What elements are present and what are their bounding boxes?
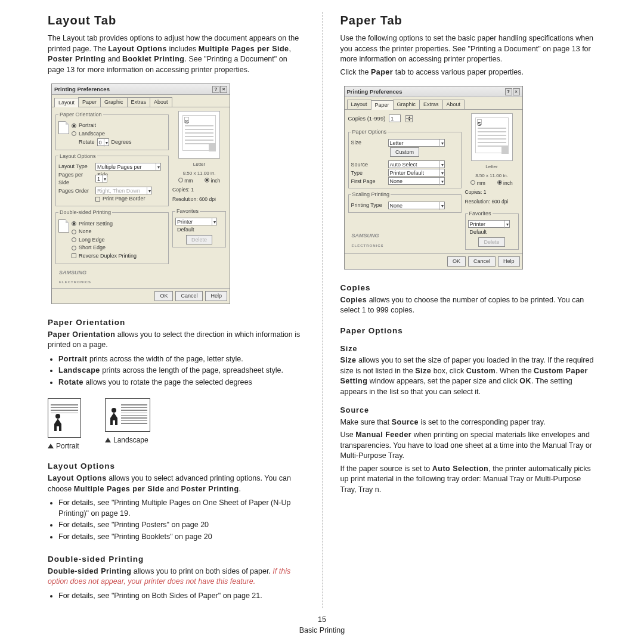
samsung-logo: SAMSUNGELECTRONICS xyxy=(59,269,169,285)
custom-button[interactable]: Custom xyxy=(390,147,419,157)
list-item: For details, see "Printing Multiple Page… xyxy=(58,498,304,519)
fs-double-sided: Double-sided Printing Printer Setting No… xyxy=(55,209,169,264)
printing-type-select[interactable]: None xyxy=(388,202,445,209)
svg-point-0 xyxy=(55,414,60,419)
rotate-input[interactable]: 0 xyxy=(97,138,109,146)
layout-tab-heading: Layout Tab xyxy=(48,12,304,29)
layout-tab-intro: The Layout tab provides options to adjus… xyxy=(48,33,304,75)
portrait-diagram xyxy=(48,398,81,438)
duplex-icon xyxy=(58,219,69,233)
delete-button: Delete xyxy=(186,235,212,245)
list-item: Portrait prints across the width of the … xyxy=(58,354,304,365)
page-footer: Basic Printing xyxy=(0,626,644,636)
size-select[interactable]: Letter xyxy=(388,139,445,147)
radio-short-edge[interactable] xyxy=(72,246,76,250)
unit-mm[interactable] xyxy=(470,180,475,185)
paper-tab-click: Click the Paper tab to access various pa… xyxy=(340,67,597,78)
paper-dialog: Printing Preferences ? × Layout Paper Gr… xyxy=(344,86,523,270)
tab-graphic[interactable]: Graphic xyxy=(100,97,128,107)
tab-about[interactable]: About xyxy=(150,97,172,107)
copies-spinner[interactable]: ▴▾ xyxy=(405,115,413,122)
fs-paper-options: Paper Options SizeLetter Custom SourceAu… xyxy=(348,128,462,188)
layout-options-heading: Layout Options xyxy=(48,461,304,472)
copies-heading: Copies xyxy=(340,283,597,294)
reverse-duplex-check xyxy=(72,253,76,258)
list-item: For details, see "Printing Posters" on p… xyxy=(58,520,304,531)
print-border-check xyxy=(95,197,100,202)
help-icon[interactable]: ? xyxy=(212,86,219,93)
source-text-3: If the paper source is set to Auto Selec… xyxy=(340,464,597,496)
copies-input[interactable]: 1 xyxy=(389,114,401,122)
tab-paper[interactable]: Paper xyxy=(371,100,394,110)
page-number: 15 xyxy=(0,615,644,626)
type-select[interactable]: Printer Default xyxy=(388,169,445,177)
radio-landscape[interactable] xyxy=(72,131,76,136)
double-sided-text: Double-sided Printing allows you to prin… xyxy=(48,566,304,587)
tab-extras[interactable]: Extras xyxy=(419,100,443,109)
double-sided-heading: Double-sided Printing xyxy=(48,554,304,565)
tab-paper[interactable]: Paper xyxy=(78,97,101,107)
paper-orientation-text: Paper Orientation allows you to select t… xyxy=(48,330,304,351)
favorites-select[interactable]: Printer Default xyxy=(468,220,510,228)
help-icon[interactable]: ? xyxy=(505,88,512,95)
triangle-icon xyxy=(48,444,54,448)
unit-inch[interactable] xyxy=(205,178,209,182)
fs-layout-options: Layout Options Layout TypeMultiple Pages… xyxy=(55,153,169,206)
landscape-diagram xyxy=(105,398,150,432)
first-page-select[interactable]: None xyxy=(388,177,445,185)
cancel-button[interactable]: Cancel xyxy=(175,291,203,301)
dialog-title: Printing Preferences xyxy=(54,85,110,93)
fs-orientation: Paper Orientation Portrait Landscape Rot… xyxy=(55,111,169,150)
tab-layout[interactable]: Layout xyxy=(347,100,371,109)
source-text-1: Make sure that Source is set to the corr… xyxy=(340,417,597,428)
tab-about[interactable]: About xyxy=(442,100,465,109)
help-button[interactable]: Help xyxy=(205,291,227,301)
tab-graphic[interactable]: Graphic xyxy=(393,100,420,109)
cancel-button[interactable]: Cancel xyxy=(468,256,496,267)
favorites-select[interactable]: Printer Default xyxy=(175,218,217,225)
list-item: For details, see "Printing on Both Sides… xyxy=(58,591,304,602)
paper-orientation-heading: Paper Orientation xyxy=(48,317,304,329)
triangle-icon xyxy=(105,438,111,442)
size-text: Size allows you to set the size of paper… xyxy=(340,355,597,397)
preview-box: S xyxy=(178,111,220,159)
layout-type-select[interactable]: Multiple Pages per Side xyxy=(95,163,161,171)
paper-tab-heading: Paper Tab xyxy=(340,12,597,29)
close-icon[interactable]: × xyxy=(220,86,227,93)
ok-button[interactable]: OK xyxy=(154,291,173,301)
tab-extras[interactable]: Extras xyxy=(127,97,151,107)
svg-point-1 xyxy=(112,408,116,413)
samsung-logo: SAMSUNGELECTRONICS xyxy=(352,232,462,248)
close-icon[interactable]: × xyxy=(513,88,520,95)
radio-long-edge[interactable] xyxy=(72,237,76,242)
help-button[interactable]: Help xyxy=(498,256,520,267)
delete-button: Delete xyxy=(478,237,504,247)
layout-dialog: Printing Preferences ? × Layout Paper Gr… xyxy=(51,83,230,304)
unit-inch[interactable] xyxy=(497,180,502,185)
ok-button[interactable]: OK xyxy=(447,256,466,267)
dialog-title: Printing Preferences xyxy=(347,88,402,95)
list-item: Rotate allows you to rotate the page the… xyxy=(58,377,304,388)
list-item: Landscape prints across the length of th… xyxy=(58,366,304,376)
tab-layout[interactable]: Layout xyxy=(54,98,79,107)
source-text-2: Use Manual Feeder when printing on speci… xyxy=(340,430,597,462)
page-order-select: Right, Then Down xyxy=(95,187,152,194)
size-heading: Size xyxy=(340,344,597,355)
list-item: For details, see "Printing Booklets" on … xyxy=(58,532,304,543)
unit-mm[interactable] xyxy=(178,178,183,182)
layout-options-text: Layout Options allows you to select adva… xyxy=(48,473,304,494)
preview-box: S xyxy=(471,113,513,161)
column-divider xyxy=(322,12,323,608)
source-select[interactable]: Auto Select xyxy=(388,160,445,168)
radio-printer-setting[interactable] xyxy=(72,221,76,226)
source-heading: Source xyxy=(340,405,597,416)
orientation-icon xyxy=(58,121,69,134)
copies-text: Copies allows you to choose the number o… xyxy=(340,295,597,316)
pps-select[interactable]: 1 xyxy=(95,175,107,182)
radio-portrait[interactable] xyxy=(72,123,76,128)
orientation-diagrams: Portrait Landscape xyxy=(48,398,304,451)
fs-scaling: Scaling Printing Printing TypeNone xyxy=(348,191,462,213)
radio-none[interactable] xyxy=(72,230,76,234)
paper-tab-intro: Use the following options to set the bas… xyxy=(340,33,597,65)
paper-options-heading: Paper Options xyxy=(340,326,597,337)
